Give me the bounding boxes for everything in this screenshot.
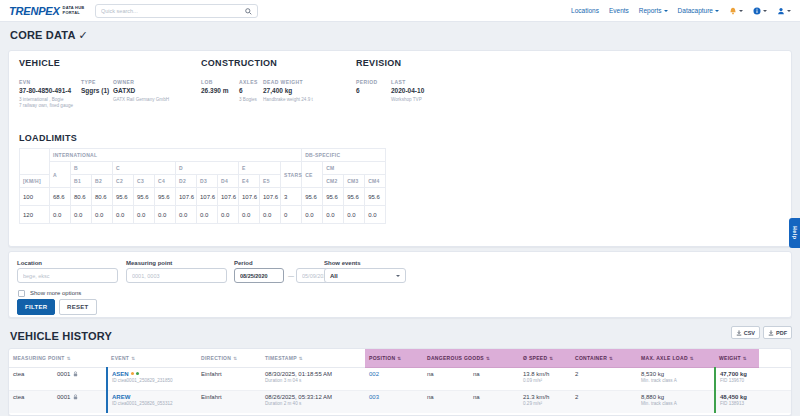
loadlimits-value: 0.0 [344, 206, 365, 224]
column-header-dangerous-goods[interactable]: DANGEROUS GOODS⇅ [423, 349, 519, 367]
brand-logo[interactable]: TRENPEX DATA HUB PORTAL [9, 5, 84, 17]
loadlimits-corner [20, 149, 50, 175]
duration: Duration 2 m 40 s [265, 401, 361, 406]
loadlimits-value: 95.6 [344, 188, 365, 206]
search-icon[interactable] [245, 8, 252, 15]
chevron-down-icon [396, 275, 400, 277]
measuring-point-input[interactable] [126, 268, 227, 283]
loadlimits-value: 80.6 [71, 188, 92, 206]
nav-events[interactable]: Events [609, 7, 629, 14]
dead-weight-label: DEAD WEIGHT [263, 79, 303, 85]
cell-measuring-point: 0001 [53, 390, 107, 413]
cell-position: 003 [365, 390, 423, 413]
history-row: ctea0001ASENID ctea0001_250829_231850Ein… [9, 367, 792, 390]
period-filter-label: Period [234, 260, 253, 266]
notifications-button[interactable] [729, 7, 743, 15]
loadlimits-col-stars: STARS [281, 162, 302, 188]
evn-sub2: 7 railway own, fixed gauge [19, 103, 73, 108]
cell-measuring-point: 0001 [53, 367, 107, 390]
column-header-speed[interactable]: Ø SPEED⇅ [519, 349, 571, 367]
column-header-event[interactable]: EVENT⇅ [107, 349, 197, 367]
weight-sub: FID 139670 [720, 378, 755, 383]
column-header-container[interactable]: CONTAINER⇅ [571, 349, 637, 367]
lob-value: 26.390 m [201, 87, 228, 94]
column-header-measuring-point[interactable]: MEASURING POINT⇅ [9, 349, 107, 367]
loadlimits-value: 0.0 [71, 206, 92, 224]
column-header-direction[interactable]: DIRECTION⇅ [197, 349, 261, 367]
position-link[interactable]: 003 [369, 394, 379, 400]
nav-reports[interactable]: Reports [639, 7, 668, 14]
cell-location: ctea [9, 390, 53, 413]
status-dot-icon [136, 372, 139, 375]
cell-timestamp: 08/26/2025, 05:33:12 AMDuration 2 m 40 s [261, 390, 365, 413]
loadlimits-value: 0 [281, 206, 302, 224]
reset-button[interactable]: RESET [59, 299, 97, 315]
cell-spacer [759, 367, 792, 390]
loadlimits-col-b: B [71, 162, 113, 175]
loadlimits-value: 107.6 [218, 188, 239, 206]
loadlimits-subcol-b2: B2 [92, 175, 113, 188]
axles-sub: 3 Bogies [239, 97, 257, 102]
loadlimits-subcol-c3: C3 [134, 175, 155, 188]
filter-button[interactable]: FILTER [17, 299, 55, 315]
loadlimits-value: 0.0 [365, 206, 386, 224]
period-from-input[interactable] [234, 268, 284, 283]
export-pdf-button[interactable]: PDF [763, 326, 792, 339]
last-label: LAST [391, 79, 406, 85]
cell-max-axle-load: 8,530 kgMin. track class A [637, 367, 715, 390]
loadlimits-value: 0.0 [134, 206, 155, 224]
user-menu-button[interactable] [777, 7, 791, 15]
nav-locations[interactable]: Locations [571, 7, 599, 14]
column-header-weight[interactable]: WEIGHT⇅ [715, 349, 759, 367]
axle-sub: Min. track class A [641, 401, 710, 406]
vehicle-history-card: MEASURING POINT⇅EVENT⇅DIRECTION⇅TIMESTAM… [8, 348, 792, 416]
loadlimits-subcol-d2: D2 [176, 175, 197, 188]
sort-icon: ⇅ [233, 356, 237, 361]
column-header-position[interactable]: POSITION⇅ [365, 349, 423, 367]
sort-icon: ⇅ [743, 356, 747, 361]
lock-icon [73, 394, 78, 400]
axles-label: AXLES [239, 79, 258, 85]
export-csv-button[interactable]: CSV [731, 326, 760, 339]
column-header-timestamp[interactable]: TIMESTAMP⇅ [261, 349, 365, 367]
help-tab[interactable]: Help [789, 218, 800, 248]
loadlimits-section-title: LOADLIMITS [19, 133, 77, 143]
loadlimits-value: 0.0 [323, 206, 344, 224]
loadlimits-subcol-d3: D3 [197, 175, 218, 188]
position-link[interactable]: 002 [369, 371, 379, 377]
loadlimits-subcol-d4: D4 [218, 175, 239, 188]
loadlimits-value: 0.0 [218, 206, 239, 224]
cell-weight: 47,700 kgFID 139670 [715, 367, 759, 390]
sort-icon: ⇅ [397, 356, 401, 361]
evn-label: EVN [19, 79, 30, 85]
location-input[interactable] [17, 268, 118, 283]
type-value: Sggrs (1) [81, 87, 109, 94]
loadlimits-value: 107.6 [260, 188, 281, 206]
info-button[interactable] [753, 7, 767, 15]
nav-datacapture[interactable]: Datacapture [678, 7, 719, 14]
check-icon: ✓ [79, 29, 88, 41]
loadlimits-value: 95.6 [155, 188, 176, 206]
loadlimits-group-international: INTERNATIONAL [50, 149, 302, 162]
column-header-max-axle-load[interactable]: MAX. AXLE LOAD⇅ [637, 349, 715, 367]
measuring-point-label: Measuring point [126, 260, 172, 266]
search-input[interactable] [96, 8, 245, 14]
event-id: ID ctea0001_250829_231850 [112, 378, 193, 383]
event-link[interactable]: AREW [112, 394, 130, 400]
loadlimits-value: 107.6 [197, 188, 218, 206]
show-more-checkbox[interactable] [18, 290, 25, 297]
vehicle-history-title: VEHICLE HISTORY [10, 330, 112, 342]
loadlimits-value: 95.6 [323, 188, 344, 206]
sort-icon: ⇅ [690, 356, 694, 361]
loadlimits-value: 0.0 [260, 206, 281, 224]
cell-speed: 13.8 km/h0.09 m/s² [519, 367, 571, 390]
loadlimits-value: 95.6 [365, 188, 386, 206]
column-spacer [759, 349, 792, 367]
owner-label: OWNER [113, 79, 134, 85]
loadlimits-unit-header: [KM/H] [20, 175, 50, 188]
cell-timestamp: 08/30/2025, 01:18:55 AMDuration 3 m 04 s [261, 367, 365, 390]
show-events-select[interactable]: All [324, 268, 406, 283]
event-link[interactable]: ASEN [112, 371, 129, 377]
owner-value: GATXD [113, 87, 135, 94]
period-value: 6 [356, 87, 360, 94]
